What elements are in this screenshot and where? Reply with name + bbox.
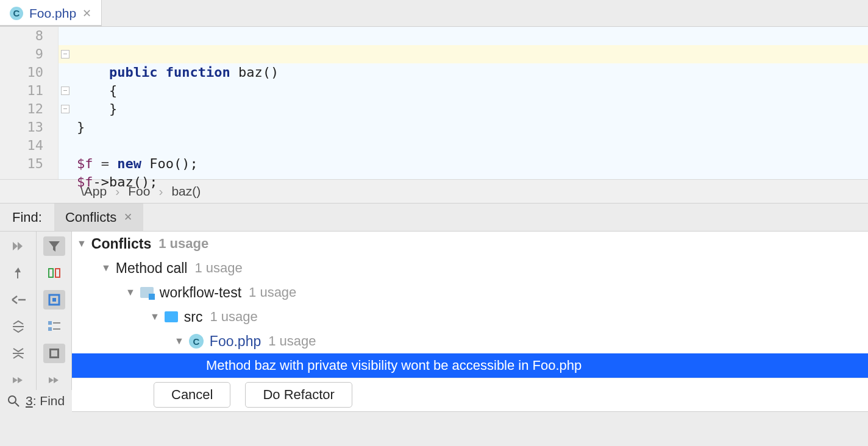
tree-label: Foo.php	[210, 333, 261, 350]
svg-rect-5	[48, 327, 52, 331]
tree-label: Conflicts	[91, 236, 151, 252]
php-class-icon: C	[10, 7, 23, 20]
current-line-highlight	[0, 45, 868, 63]
brace: {	[109, 83, 117, 98]
line-number: 8	[0, 27, 43, 45]
usage-count: 1 usage	[268, 333, 316, 349]
tool-column-right	[37, 232, 72, 390]
code-editor[interactable]: 8 9 10 11 12 13 14 15 – – – public funct…	[0, 27, 868, 179]
usage-count: 1 usage	[249, 285, 296, 300]
brace: }	[77, 119, 85, 135]
line-number: 14	[0, 136, 43, 155]
tree-node-conflict-selected[interactable]: Method baz with private visibility wont …	[72, 353, 868, 378]
tree-label: src	[184, 309, 203, 325]
fold-marker-icon[interactable]: –	[61, 87, 69, 95]
fold-marker-icon[interactable]: –	[61, 105, 69, 113]
chevron-down-icon[interactable]: ▼	[126, 287, 135, 298]
pin-icon[interactable]	[7, 263, 29, 283]
line-gutter: 8 9 10 11 12 13 14 15	[0, 27, 59, 179]
operator: =	[101, 156, 109, 171]
line-number: 13	[0, 118, 43, 136]
call: Foo();	[149, 156, 197, 171]
do-refactor-button[interactable]: Do Refactor	[245, 382, 352, 408]
editor-tabs: C Foo.php ✕	[0, 0, 868, 27]
svg-rect-1	[55, 269, 60, 277]
collapse-all-icon[interactable]	[7, 344, 29, 363]
chevron-down-icon[interactable]: ▼	[150, 311, 160, 322]
preview-icon[interactable]	[43, 344, 65, 363]
variable: $f	[77, 156, 93, 171]
php-class-icon: C	[189, 334, 204, 349]
close-icon[interactable]: ✕	[124, 211, 132, 224]
svg-rect-3	[52, 298, 56, 302]
find-panel: ▼ Conflicts 1 usage ▼ Method call 1 usag…	[0, 232, 868, 390]
back-icon[interactable]	[7, 290, 29, 310]
svg-point-8	[9, 396, 16, 403]
find-label: Find:	[0, 210, 54, 225]
line-number: 12	[0, 100, 43, 118]
chevron-down-icon[interactable]: ▼	[77, 238, 87, 249]
refactor-actions: Cancel Do Refactor	[72, 378, 868, 412]
mnemonic: 3	[26, 394, 33, 408]
breadcrumb-segment[interactable]: baz()	[171, 184, 201, 199]
expand-all-icon[interactable]	[7, 317, 29, 336]
chevron-right-icon: ›	[158, 184, 163, 199]
tree-node-method-call[interactable]: ▼ Method call 1 usage	[72, 256, 868, 280]
usage-count: 1 usage	[210, 309, 258, 325]
line-number: 15	[0, 155, 43, 173]
svg-rect-4	[48, 321, 52, 325]
search-icon	[7, 395, 20, 407]
filter-icon[interactable]	[43, 236, 65, 256]
usage-count: 1 usage	[158, 236, 208, 252]
fold-gutter: – – –	[61, 27, 71, 179]
file-tab-foo-php[interactable]: C Foo.php ✕	[0, 0, 102, 26]
call: ->baz();	[93, 174, 158, 189]
line-number: 11	[0, 82, 43, 100]
file-tab-label: Foo.php	[29, 6, 76, 21]
folder-icon	[165, 311, 178, 322]
status-label: : Find	[33, 394, 65, 408]
rerun-icon[interactable]	[7, 236, 29, 256]
autoscroll-icon[interactable]	[43, 290, 65, 310]
keyword: new	[117, 156, 141, 171]
variable: $f	[77, 174, 93, 189]
diff-icon[interactable]	[43, 263, 65, 283]
tree-label: Method call	[116, 260, 188, 277]
keyword: function	[166, 65, 230, 80]
brace: }	[109, 101, 117, 116]
more-icon[interactable]	[7, 370, 29, 390]
tool-column-left	[0, 232, 37, 390]
find-panel-header: Find: Conflicts ✕	[0, 204, 868, 232]
chevron-down-icon[interactable]: ▼	[101, 263, 111, 274]
conflict-message: Method baz with private visibility wont …	[206, 358, 582, 373]
cancel-button[interactable]: Cancel	[154, 382, 230, 408]
tree-node-project[interactable]: ▼ workflow-test 1 usage	[72, 280, 868, 305]
tree-node-root[interactable]: ▼ Conflicts 1 usage	[72, 232, 868, 256]
usage-count: 1 usage	[194, 260, 242, 276]
line-number: 10	[0, 63, 43, 82]
close-icon[interactable]: ✕	[82, 7, 91, 20]
tree-node-src[interactable]: ▼ src 1 usage	[72, 305, 868, 329]
svg-rect-0	[49, 269, 53, 277]
chevron-down-icon[interactable]: ▼	[174, 336, 184, 347]
line-number: 9	[0, 45, 43, 63]
svg-rect-7	[51, 350, 57, 356]
tree-label: workflow-test	[160, 285, 241, 301]
group-by-icon[interactable]	[43, 317, 65, 336]
status-find[interactable]: 3: Find	[7, 394, 65, 408]
keyword: public	[109, 65, 157, 80]
tree-node-file[interactable]: ▼ C Foo.php 1 usage	[72, 329, 868, 353]
fold-marker-icon[interactable]: –	[61, 50, 69, 58]
module-folder-icon	[140, 287, 154, 298]
find-tab-label: Conflicts	[65, 210, 116, 225]
more-icon[interactable]	[43, 370, 65, 390]
function-name: baz()	[238, 65, 279, 80]
conflicts-tree[interactable]: ▼ Conflicts 1 usage ▼ Method call 1 usag…	[72, 232, 868, 390]
find-tab-conflicts[interactable]: Conflicts ✕	[54, 204, 143, 231]
